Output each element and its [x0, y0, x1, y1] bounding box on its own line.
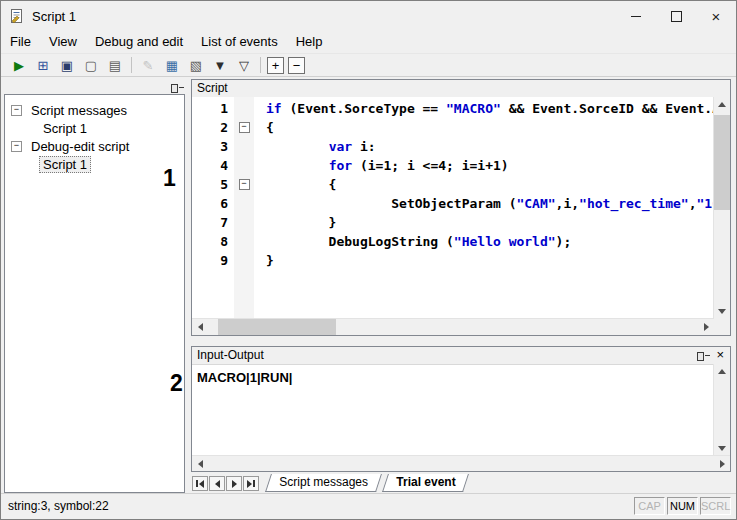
tab-script-messages[interactable]: Script messages: [265, 474, 382, 492]
tree-item-debug-edit-script[interactable]: −Debug-edit script: [5, 137, 184, 155]
io-panel-header: Input-Output ×: [192, 347, 730, 365]
code-segment: "CAM": [516, 196, 555, 211]
fold-margin: −: [234, 122, 254, 133]
tree-expander-icon[interactable]: −: [11, 141, 22, 152]
tree-item-script-1[interactable]: Script 1: [5, 155, 184, 173]
tree-item-script-messages[interactable]: −Script messages: [5, 101, 184, 119]
script-panel: Script 1if (Event.SorceType == "MACRO" &…: [191, 79, 731, 336]
filter-icon[interactable]: ▼: [209, 55, 231, 75]
close-icon: ×: [712, 9, 721, 24]
code-line-8[interactable]: 8 DebugLogString ("Hello world");: [192, 232, 714, 251]
code-line-5[interactable]: 5− {: [192, 175, 714, 194]
status-indicators: CAPNUMSCRL: [632, 497, 731, 515]
code-editor-surface[interactable]: 1if (Event.SorceType == "MACRO" && Event…: [192, 99, 714, 319]
io-panel-close-icon[interactable]: ×: [716, 347, 724, 363]
tab-label: Script messages: [279, 474, 368, 490]
io-tab-bar: Script messagesTrial event: [192, 474, 472, 493]
maximize-button[interactable]: [656, 1, 696, 31]
scroll-up-button[interactable]: [714, 97, 730, 112]
menu-debug-and-edit[interactable]: Debug and edit: [86, 31, 192, 53]
code-vertical-scrollbar[interactable]: [713, 97, 730, 319]
scroll-left-button[interactable]: [192, 319, 208, 334]
code-segment: SetObjectParam (: [266, 196, 516, 211]
code-segment: }: [266, 215, 336, 230]
cascade-windows-icon[interactable]: ▧: [185, 55, 207, 75]
scroll-down-button[interactable]: [714, 304, 730, 319]
goto-window-icon[interactable]: ⊞: [32, 55, 54, 75]
edit-pencil-icon[interactable]: ✎: [137, 55, 159, 75]
maximize-icon: [671, 11, 682, 22]
zoom-out-button[interactable]: −: [288, 57, 305, 74]
minimize-icon: [631, 16, 641, 17]
arrow-left-icon: [198, 323, 203, 331]
io-panel: Input-Output × MACRO|1|RUN|: [191, 346, 731, 472]
close-button[interactable]: ×: [696, 1, 736, 31]
new-document-icon[interactable]: ▢: [80, 55, 102, 75]
code-text: var i:: [254, 139, 376, 154]
document-list-icon[interactable]: ▤: [104, 55, 126, 75]
tab-trial-event[interactable]: Trial event: [382, 474, 469, 492]
io-panel-pin-icon[interactable]: [697, 349, 710, 362]
next-record-button[interactable]: [226, 476, 242, 491]
run-script-icon[interactable]: ▶: [8, 55, 30, 75]
code-horizontal-scrollbar[interactable]: [192, 318, 714, 335]
tree-item-script-1[interactable]: Script 1: [5, 119, 184, 137]
app-window: Script 1 × FileViewDebug and editList of…: [0, 0, 737, 520]
code-line-9[interactable]: 9}: [192, 251, 714, 270]
tree-expander-icon[interactable]: −: [11, 105, 22, 116]
scroll-right-button[interactable]: [714, 456, 730, 471]
fold-collapse-icon[interactable]: −: [239, 179, 250, 190]
arrow-down-icon: [718, 309, 726, 314]
filter-clear-icon[interactable]: ▽: [233, 55, 255, 75]
code-line-7[interactable]: 7 }: [192, 213, 714, 232]
last-record-button[interactable]: [243, 476, 259, 491]
code-segment: "10": [696, 196, 714, 211]
toolbar-separator: [260, 57, 261, 73]
code-segment: "MACRO": [446, 101, 501, 116]
horizontal-scroll-thumb[interactable]: [218, 319, 336, 335]
menu-file[interactable]: File: [1, 31, 40, 53]
code-text: }: [254, 215, 336, 230]
code-line-1[interactable]: 1if (Event.SorceType == "MACRO" && Event…: [192, 99, 714, 118]
tree-item-label: Script 1: [39, 119, 91, 138]
previous-record-button[interactable]: [209, 476, 225, 491]
tree-item-label: Script messages: [27, 101, 131, 120]
menu-view[interactable]: View: [40, 31, 86, 53]
zoom-in-button[interactable]: +: [267, 57, 284, 74]
code-segment: {: [266, 120, 274, 135]
app-icon: [9, 8, 25, 24]
fold-collapse-icon[interactable]: −: [239, 122, 250, 133]
code-editor[interactable]: 1if (Event.SorceType == "MACRO" && Event…: [192, 97, 730, 335]
code-line-6[interactable]: 6 SetObjectParam ("CAM",i,"hot_rec_time"…: [192, 194, 714, 213]
tree-panel: −Script messagesScript 1−Debug-edit scri…: [4, 94, 185, 493]
menu-list-of-events[interactable]: List of events: [192, 31, 287, 53]
line-number: 4: [192, 158, 234, 173]
code-line-4[interactable]: 4 for (i=1; i <=4; i=i+1): [192, 156, 714, 175]
annotation-region-1: 1: [163, 165, 176, 192]
io-horizontal-scrollbar[interactable]: [192, 455, 730, 471]
code-line-3[interactable]: 3 var i:: [192, 137, 714, 156]
status-indicator-scrl: SCRL: [700, 497, 731, 515]
first-record-button[interactable]: [192, 476, 208, 491]
tree-panel-pin-icon[interactable]: [171, 81, 184, 94]
arrow-up-icon: [718, 369, 726, 374]
scroll-up-button[interactable]: [714, 364, 730, 379]
save-icon[interactable]: ▣: [56, 55, 78, 75]
code-segment: {: [266, 177, 336, 192]
minimize-button[interactable]: [616, 1, 656, 31]
code-segment: [266, 158, 329, 173]
io-output-area[interactable]: MACRO|1|RUN|: [192, 364, 714, 456]
scroll-down-button[interactable]: [714, 441, 730, 456]
scroll-left-button[interactable]: [192, 456, 208, 471]
toolbar-separator: [131, 57, 132, 73]
line-number: 7: [192, 215, 234, 230]
grid-icon[interactable]: ▦: [161, 55, 183, 75]
window-controls: ×: [616, 1, 736, 31]
vertical-scroll-thumb[interactable]: [714, 115, 730, 210]
io-vertical-scrollbar[interactable]: [713, 364, 730, 456]
code-line-2[interactable]: 2−{: [192, 118, 714, 137]
scroll-right-button[interactable]: [698, 319, 714, 334]
menu-help[interactable]: Help: [287, 31, 332, 53]
bar-icon: [253, 480, 255, 487]
io-output-text: MACRO|1|RUN|: [197, 370, 292, 385]
